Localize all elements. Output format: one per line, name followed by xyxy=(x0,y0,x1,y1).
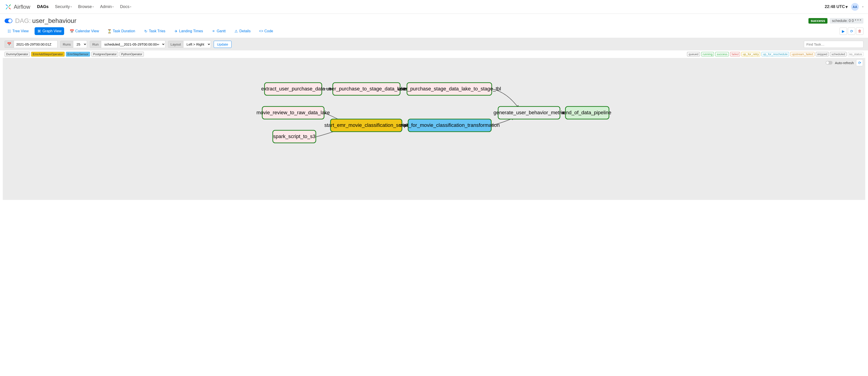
legend-row: DummyOperator EmrAddStepsOperator EmrSte… xyxy=(0,51,868,58)
refresh-icon: ⟳ xyxy=(850,29,853,33)
calendar-icon[interactable]: 📅 xyxy=(5,40,14,48)
graph-canvas[interactable]: Auto-refresh ⟳ extract_user_purchase_dat… xyxy=(3,58,865,200)
nav-security[interactable]: Security▾ xyxy=(55,4,72,9)
svg-text:user_purchase_to_stage_data_la: user_purchase_to_stage_data_lake xyxy=(327,86,406,92)
op-emraddsteps[interactable]: EmrAddStepsOperator xyxy=(31,52,65,57)
task-extract-user-purchase-data[interactable]: extract_user_purchase_data xyxy=(261,83,326,95)
runs-group: Runs 25 xyxy=(60,40,87,48)
op-emrstepsensor[interactable]: EmrStepSensor xyxy=(66,52,90,57)
view-tabs: ☷Tree View ⌘Graph View 📅Calendar View ⏳T… xyxy=(0,25,868,38)
refresh-icon: ⟳ xyxy=(858,61,861,65)
run-group: Run scheduled__2021-05-29T00:00:00+00:00 xyxy=(90,40,165,48)
chevron-down-icon: ▾ xyxy=(113,5,114,8)
play-icon: ▶ xyxy=(842,29,845,33)
warning-icon: ⚠ xyxy=(234,29,238,33)
svg-text:end_of_data_pipeline: end_of_data_pipeline xyxy=(563,110,611,116)
svg-text:user_purchase_stage_data_lake_: user_purchase_stage_data_lake_to_stage_t… xyxy=(398,86,501,92)
st-retry[interactable]: up_for_retry xyxy=(741,52,760,56)
tab-tree-view[interactable]: ☷Tree View xyxy=(5,27,31,35)
tree-icon: ☷ xyxy=(7,29,11,33)
status-badge[interactable]: success xyxy=(808,18,828,24)
auto-refresh-toggle[interactable] xyxy=(826,61,833,65)
tab-gantt[interactable]: ≡Gantt xyxy=(209,27,228,35)
avatar[interactable]: AA xyxy=(851,3,859,11)
graph-icon: ⌘ xyxy=(37,29,41,33)
nav-admin[interactable]: Admin▾ xyxy=(100,4,114,9)
task-movie-review-to-raw-data-lake[interactable]: movie_review_to_raw_data_lake xyxy=(256,106,330,119)
controls-bar: 📅 Runs 25 Run scheduled__2021-05-29T00:0… xyxy=(0,38,868,51)
run-select[interactable]: scheduled__2021-05-29T00:00:00+00:00 xyxy=(101,40,165,48)
runs-label: Runs xyxy=(60,41,73,48)
svg-text:movie_review_to_raw_data_lake: movie_review_to_raw_data_lake xyxy=(256,110,330,116)
task-start-emr-movie-classification-script[interactable]: start_emr_movie_classification_script xyxy=(324,119,408,132)
task-end-of-data-pipeline[interactable]: end_of_data_pipeline xyxy=(563,106,611,119)
st-failed[interactable]: failed xyxy=(730,52,740,56)
task-wait-for-movie-classification-transformation[interactable]: wait_for_movie_classification_transforma… xyxy=(399,119,500,132)
clock[interactable]: 22:48 UTC▾ xyxy=(825,4,848,9)
st-sched[interactable]: scheduled xyxy=(830,52,846,56)
nav-docs[interactable]: Docs▾ xyxy=(120,4,131,9)
nav-browse[interactable]: Browse▾ xyxy=(78,4,94,9)
st-upfail[interactable]: upstream_failed xyxy=(790,52,814,56)
gantt-icon: ≡ xyxy=(212,29,215,33)
svg-text:start_emr_movie_classification: start_emr_movie_classification_script xyxy=(324,122,408,128)
chevron-down-icon: ▾ xyxy=(70,5,72,8)
dag-label: DAG: xyxy=(15,17,31,25)
op-postgres[interactable]: PostgresOperator xyxy=(91,52,118,57)
layout-select[interactable]: Left > Right xyxy=(183,40,211,48)
st-nostatus[interactable]: no_status xyxy=(848,52,863,56)
find-task-input[interactable] xyxy=(804,41,863,48)
layout-label: Layout xyxy=(168,41,183,48)
chevron-down-icon: ▾ xyxy=(130,5,131,8)
tab-task-tries[interactable]: ↻Task Tries xyxy=(141,27,168,35)
nav-right: 22:48 UTC▾ AA ▾ xyxy=(825,3,863,11)
dag-name: user_behaviour xyxy=(32,17,76,25)
tab-task-duration[interactable]: ⏳Task Duration xyxy=(105,27,138,35)
runs-select[interactable]: 25 xyxy=(73,40,87,48)
base-date-group: 📅 xyxy=(5,40,58,48)
delete-button[interactable]: 🗑 xyxy=(856,28,863,35)
st-success[interactable]: success xyxy=(715,52,729,56)
trigger-dag-button[interactable]: ▶ xyxy=(840,28,847,35)
base-date-input[interactable] xyxy=(14,40,58,48)
layout-group: Layout Left > Right xyxy=(168,40,211,48)
st-queued[interactable]: queued xyxy=(687,52,700,56)
op-python[interactable]: PythonOperator xyxy=(120,52,144,57)
tab-graph-view[interactable]: ⌘Graph View xyxy=(35,27,64,35)
operator-legend: DummyOperator EmrAddStepsOperator EmrSte… xyxy=(5,52,144,57)
task-spark-script-to-s3[interactable]: spark_script_to_s3 xyxy=(273,130,316,143)
dag-enabled-toggle[interactable] xyxy=(5,19,12,23)
svg-text:wait_for_movie_classification_: wait_for_movie_classification_transforma… xyxy=(399,122,500,128)
nav-dags[interactable]: DAGs xyxy=(37,4,49,9)
brand[interactable]: Airflow xyxy=(5,3,30,10)
trash-icon: 🗑 xyxy=(858,29,862,33)
tab-details[interactable]: ⚠Details xyxy=(231,27,253,35)
chevron-down-icon: ▾ xyxy=(845,4,848,9)
code-icon: <> xyxy=(259,29,263,33)
retry-icon: ↻ xyxy=(144,29,148,33)
svg-text:generate_user_behavior_metric: generate_user_behavior_metric xyxy=(494,110,565,116)
update-button[interactable]: Update xyxy=(214,41,231,48)
refresh-button[interactable]: ⟳ xyxy=(848,28,855,35)
tab-calendar-view[interactable]: 📅Calendar View xyxy=(67,27,102,35)
tab-code[interactable]: <>Code xyxy=(256,27,276,35)
task-user-purchase-to-stage-data-lake[interactable]: user_purchase_to_stage_data_lake xyxy=(327,83,406,95)
st-resched[interactable]: up_for_reschedule xyxy=(762,52,789,56)
st-skipped[interactable]: skipped xyxy=(816,52,829,56)
chevron-down-icon[interactable]: ▾ xyxy=(862,5,863,8)
edge-n3-n8 xyxy=(492,89,519,108)
graph-toolbar: Auto-refresh ⟳ xyxy=(826,59,863,66)
landing-icon: ✈ xyxy=(174,29,178,33)
task-generate-user-behavior-metric[interactable]: generate_user_behavior_metric xyxy=(494,106,565,119)
navbar: Airflow DAGs Security▾ Browse▾ Admin▾ Do… xyxy=(0,0,868,14)
schedule-badge[interactable]: schedule: 0 0 * * * xyxy=(830,18,863,24)
calendar-icon: 📅 xyxy=(70,29,74,33)
op-dummy[interactable]: DummyOperator xyxy=(5,52,30,57)
chevron-down-icon: ▾ xyxy=(93,5,94,8)
graph-refresh-button[interactable]: ⟳ xyxy=(856,59,863,66)
task-user-purchase-stage-data-lake-to-stage-tbl[interactable]: user_purchase_stage_data_lake_to_stage_t… xyxy=(398,83,501,95)
hourglass-icon: ⏳ xyxy=(107,29,111,33)
dag-graph-svg: extract_user_purchase_data user_purchase… xyxy=(3,58,865,200)
tab-landing-times[interactable]: ✈Landing Times xyxy=(171,27,206,35)
st-running[interactable]: running xyxy=(701,52,714,56)
